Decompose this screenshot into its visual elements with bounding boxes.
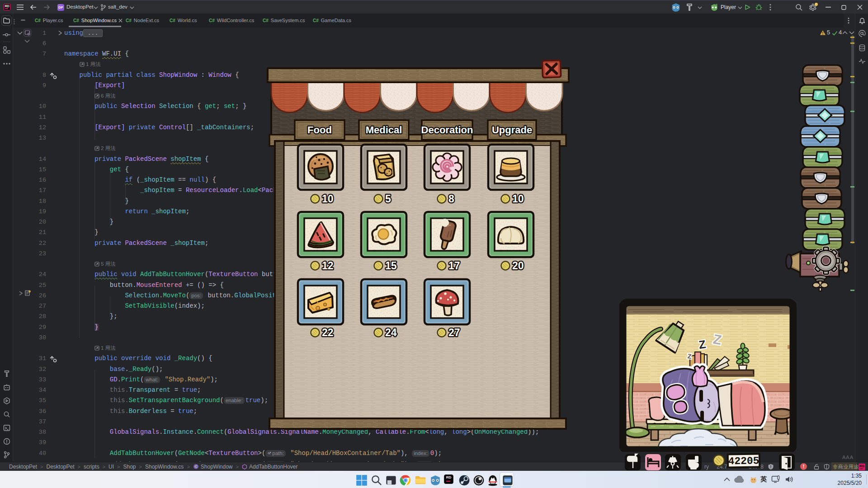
svg-text:C: C [195, 465, 197, 468]
svg-text:Upgrade: Upgrade [492, 124, 532, 136]
svg-text:42205: 42205 [728, 455, 759, 467]
svg-text:10: 10 [322, 193, 334, 205]
svg-text:8: 8 [448, 193, 454, 205]
svg-text:20: 20 [512, 260, 524, 272]
svg-text:Decoration: Decoration [421, 124, 473, 136]
svg-text:24: 24 [385, 327, 397, 338]
svg-text:Food: Food [307, 124, 332, 136]
svg-text:12: 12 [322, 260, 334, 272]
svg-text:Medical: Medical [366, 124, 402, 136]
svg-text:17: 17 [448, 260, 460, 272]
svg-text:22: 22 [322, 327, 334, 338]
svg-text:10: 10 [512, 193, 524, 205]
svg-text:15: 15 [385, 260, 397, 272]
svg-text:5: 5 [385, 193, 391, 205]
svg-text:27: 27 [448, 327, 460, 338]
